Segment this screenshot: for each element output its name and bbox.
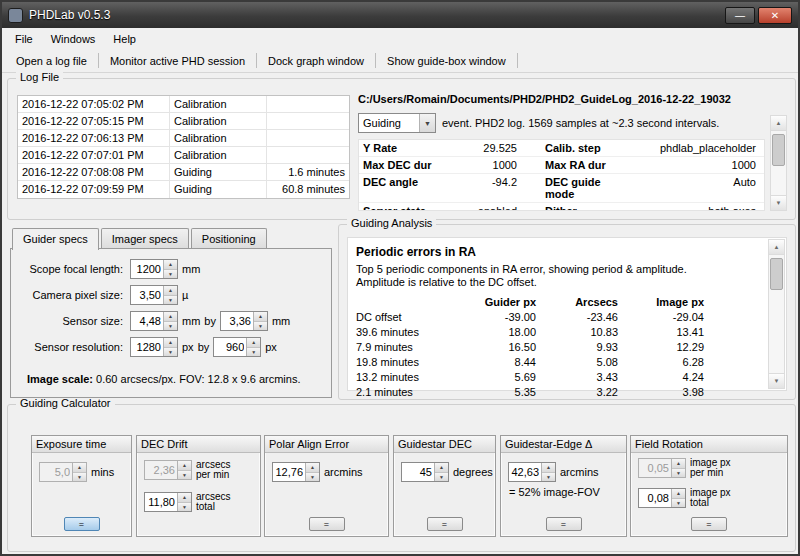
- tab-guider-specs[interactable]: Guider specs: [12, 228, 99, 250]
- field-rotation-compute-button[interactable]: =: [691, 517, 727, 531]
- exposure-compute-button[interactable]: =: [64, 517, 100, 531]
- spin-up-icon[interactable]: ▲: [73, 463, 86, 473]
- menu-file[interactable]: File: [6, 30, 42, 48]
- spin-down-icon[interactable]: ▼: [73, 473, 86, 482]
- spin-down-icon[interactable]: ▼: [164, 322, 177, 331]
- pixel-size-stepper[interactable]: ▲▼: [130, 285, 178, 305]
- table-row[interactable]: 2016-12-22 07:09:59 PM Guiding 60.8 minu…: [18, 181, 349, 198]
- dec-drift-rate-stepper[interactable]: ▲▼: [144, 460, 192, 480]
- scroll-up-icon[interactable]: ▲: [769, 240, 784, 255]
- spin-down-icon[interactable]: ▼: [164, 296, 177, 305]
- exposure-time-stepper-arrows[interactable]: ▲▼: [72, 463, 86, 481]
- scroll-down-icon[interactable]: ▼: [769, 373, 784, 388]
- resolution-width-stepper[interactable]: ▲▼: [130, 337, 178, 357]
- spin-up-icon[interactable]: ▲: [178, 493, 191, 503]
- toolbar-show-guide-box-window[interactable]: Show guide-box window: [379, 51, 514, 71]
- spin-up-icon[interactable]: ▲: [254, 312, 267, 322]
- toolbar-open-log-file[interactable]: Open a log file: [8, 51, 95, 71]
- pixel-size-stepper-input[interactable]: [131, 286, 163, 304]
- menu-windows[interactable]: Windows: [42, 30, 105, 48]
- dec-drift-rate-stepper-arrows[interactable]: ▲▼: [177, 461, 191, 479]
- log-details-scrollbar[interactable]: ▲ ▼: [770, 115, 787, 211]
- spin-down-icon[interactable]: ▼: [178, 471, 191, 480]
- dec-drift-rate-stepper-input[interactable]: [145, 461, 177, 479]
- guidestar-dec-stepper-input[interactable]: [402, 463, 434, 481]
- table-row[interactable]: 2016-12-22 07:05:15 PM Calibration: [18, 113, 349, 130]
- focal-length-stepper-input[interactable]: [131, 260, 163, 278]
- titlebar[interactable]: PHDLab v0.5.3 — ✕: [2, 2, 798, 28]
- dec-drift-total-stepper-input[interactable]: [145, 493, 177, 511]
- focal-length-stepper[interactable]: ▲▼: [130, 259, 178, 279]
- polar-align-stepper[interactable]: ▲▼: [272, 462, 320, 482]
- pixel-size-stepper-arrows[interactable]: ▲▼: [163, 286, 177, 304]
- guidestar-edge-stepper[interactable]: ▲▼: [508, 462, 556, 482]
- analysis-scrollbar[interactable]: ▲ ▼: [768, 239, 785, 389]
- sensor-width-stepper-input[interactable]: [131, 312, 163, 330]
- resolution-height-stepper-arrows[interactable]: ▲▼: [246, 338, 260, 356]
- menu-help[interactable]: Help: [104, 30, 145, 48]
- field-rotation-rate-stepper[interactable]: ▲▼: [638, 458, 686, 478]
- spin-up-icon[interactable]: ▲: [164, 338, 177, 348]
- spin-down-icon[interactable]: ▼: [672, 499, 685, 508]
- spin-down-icon[interactable]: ▼: [542, 473, 555, 482]
- dec-drift-total-stepper[interactable]: ▲▼: [144, 492, 192, 512]
- spin-down-icon[interactable]: ▼: [247, 348, 260, 357]
- spin-up-icon[interactable]: ▲: [164, 286, 177, 296]
- guidestar-dec-stepper[interactable]: ▲▼: [401, 462, 449, 482]
- spin-up-icon[interactable]: ▲: [178, 461, 191, 471]
- guidestar-dec-compute-button[interactable]: =: [427, 517, 463, 531]
- scroll-down-icon[interactable]: ▼: [771, 195, 786, 210]
- spin-up-icon[interactable]: ▲: [306, 463, 319, 473]
- guidestar-edge-stepper-arrows[interactable]: ▲▼: [541, 463, 555, 481]
- event-type-dropdown[interactable]: Guiding ▼: [358, 113, 436, 133]
- polar-align-stepper-input[interactable]: [273, 463, 305, 481]
- spin-down-icon[interactable]: ▼: [435, 473, 448, 482]
- polar-align-compute-button[interactable]: =: [309, 517, 345, 531]
- spin-up-icon[interactable]: ▲: [435, 463, 448, 473]
- toolbar-monitor-session[interactable]: Monitor active PHD session: [102, 51, 253, 71]
- spin-down-icon[interactable]: ▼: [254, 322, 267, 331]
- spin-down-icon[interactable]: ▼: [164, 348, 177, 357]
- scroll-up-icon[interactable]: ▲: [771, 116, 786, 131]
- sensor-width-stepper-arrows[interactable]: ▲▼: [163, 312, 177, 330]
- guidestar-dec-stepper-arrows[interactable]: ▲▼: [434, 463, 448, 481]
- table-row[interactable]: 2016-12-22 07:06:13 PM Calibration: [18, 130, 349, 147]
- scrollbar-thumb[interactable]: [770, 258, 783, 290]
- sensor-height-stepper[interactable]: ▲▼: [220, 311, 268, 331]
- field-rotation-rate-stepper-arrows[interactable]: ▲▼: [671, 459, 685, 477]
- spin-down-icon[interactable]: ▼: [306, 473, 319, 482]
- minimize-button[interactable]: —: [725, 7, 755, 24]
- guidestar-edge-stepper-input[interactable]: [509, 463, 541, 481]
- dec-drift-total-stepper-arrows[interactable]: ▲▼: [177, 493, 191, 511]
- sensor-width-stepper[interactable]: ▲▼: [130, 311, 178, 331]
- field-rotation-total-stepper-arrows[interactable]: ▲▼: [671, 489, 685, 507]
- field-rotation-total-stepper-input[interactable]: [639, 489, 671, 507]
- focal-length-stepper-arrows[interactable]: ▲▼: [163, 260, 177, 278]
- resolution-width-stepper-input[interactable]: [131, 338, 163, 356]
- toolbar-dock-graph-window[interactable]: Dock graph window: [260, 51, 372, 71]
- spin-up-icon[interactable]: ▲: [247, 338, 260, 348]
- spin-down-icon[interactable]: ▼: [178, 503, 191, 512]
- guidestar-edge-compute-button[interactable]: =: [546, 517, 582, 531]
- table-row[interactable]: 2016-12-22 07:07:01 PM Calibration: [18, 147, 349, 164]
- exposure-time-stepper-input[interactable]: [40, 463, 72, 481]
- scrollbar-thumb[interactable]: [772, 134, 785, 166]
- field-rotation-rate-stepper-input[interactable]: [639, 459, 671, 477]
- table-row[interactable]: 2016-12-22 07:08:08 PM Guiding 1.6 minut…: [18, 164, 349, 181]
- tab-positioning[interactable]: Positioning: [191, 228, 267, 249]
- sensor-height-stepper-arrows[interactable]: ▲▼: [253, 312, 267, 330]
- field-rotation-total-stepper[interactable]: ▲▼: [638, 488, 686, 508]
- resolution-height-stepper-input[interactable]: [214, 338, 246, 356]
- exposure-time-stepper[interactable]: ▲▼: [39, 462, 87, 482]
- table-row[interactable]: 2016-12-22 07:05:02 PM Calibration: [18, 96, 349, 113]
- resolution-width-stepper-arrows[interactable]: ▲▼: [163, 338, 177, 356]
- spin-up-icon[interactable]: ▲: [672, 489, 685, 499]
- dropdown-arrow-icon[interactable]: ▼: [419, 114, 435, 132]
- resolution-height-stepper[interactable]: ▲▼: [213, 337, 261, 357]
- spin-up-icon[interactable]: ▲: [672, 459, 685, 469]
- spin-up-icon[interactable]: ▲: [542, 463, 555, 473]
- polar-align-stepper-arrows[interactable]: ▲▼: [305, 463, 319, 481]
- spin-down-icon[interactable]: ▼: [164, 270, 177, 279]
- sensor-height-stepper-input[interactable]: [221, 312, 253, 330]
- spin-up-icon[interactable]: ▲: [164, 312, 177, 322]
